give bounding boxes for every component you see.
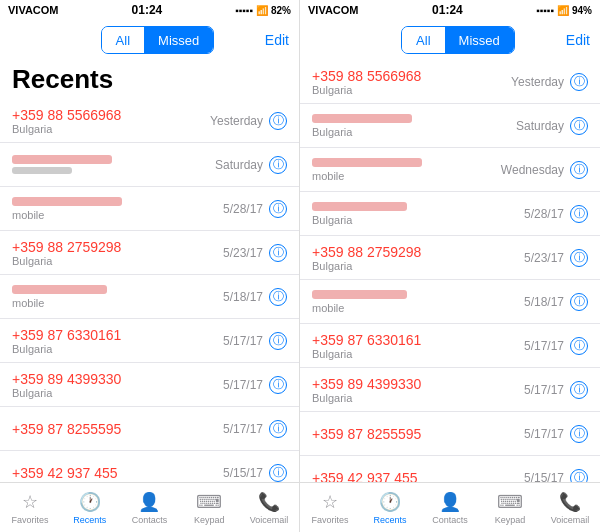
left-info-icon-4[interactable]: ⓘ — [269, 288, 287, 306]
right-tab-contacts[interactable]: 👤 Contacts — [420, 491, 480, 525]
right-battery: ▪▪▪▪▪ 📶 94% — [536, 5, 592, 16]
right-call-date-7: 5/17/17 — [524, 383, 564, 397]
right-call-name-blurred-2 — [312, 158, 422, 167]
right-info-icon-3[interactable]: ⓘ — [570, 205, 588, 223]
signal-icon: ▪▪▪▪▪ — [235, 5, 253, 16]
left-tab-contacts-label: Contacts — [132, 515, 168, 525]
left-call-info-3: +359 88 2759298 Bulgaria — [12, 239, 223, 267]
right-recents-icon: 🕐 — [379, 491, 401, 513]
right-call-date-9: 5/15/17 — [524, 471, 564, 483]
left-call-date-6: 5/17/17 — [223, 378, 263, 392]
right-tab-keypad[interactable]: ⌨ Keypad — [480, 491, 540, 525]
left-info-icon-3[interactable]: ⓘ — [269, 244, 287, 262]
left-info-icon-6[interactable]: ⓘ — [269, 376, 287, 394]
left-call-date-1: Saturday — [215, 158, 263, 172]
left-info-icon-2[interactable]: ⓘ — [269, 200, 287, 218]
right-call-6: +359 87 6330161 Bulgaria 5/17/17 ⓘ — [300, 324, 600, 368]
right-info-icon-8[interactable]: ⓘ — [570, 425, 588, 443]
left-tab-contacts[interactable]: 👤 Contacts — [120, 491, 180, 525]
right-edit-btn[interactable]: Edit — [566, 32, 590, 48]
right-tab-contacts-label: Contacts — [432, 515, 468, 525]
right-call-info-8: +359 87 8255595 — [312, 426, 524, 442]
right-tab-voicemail[interactable]: 📞 Voicemail — [540, 491, 600, 525]
right-call-name-8: +359 87 8255595 — [312, 426, 524, 442]
left-call-name-0: +359 88 5566968 — [12, 107, 210, 123]
right-missed-btn[interactable]: Missed — [445, 27, 514, 53]
left-call-name-8: +359 42 937 455 — [12, 465, 223, 481]
right-seg-control[interactable]: All Missed — [401, 26, 515, 54]
battery-icon: 82% — [271, 5, 291, 16]
left-tab-recents-label: Recents — [73, 515, 106, 525]
left-panel: VIVACOM 01:24 ▪▪▪▪▪ 📶 82% All Missed Edi… — [0, 0, 300, 532]
left-tab-keypad[interactable]: ⌨ Keypad — [179, 491, 239, 525]
right-call-date-2: Wednesday — [501, 163, 564, 177]
left-call-date-3: 5/23/17 — [223, 246, 263, 260]
right-favorites-icon: ☆ — [322, 491, 338, 513]
right-call-date-8: 5/17/17 — [524, 427, 564, 441]
right-call-info-2: mobile — [312, 158, 501, 182]
right-tab-keypad-label: Keypad — [495, 515, 526, 525]
left-nav-bar: All Missed Edit — [0, 20, 299, 60]
left-info-icon-8[interactable]: ⓘ — [269, 464, 287, 482]
left-call-sub-blurred-1 — [12, 167, 72, 174]
right-info-icon-6[interactable]: ⓘ — [570, 337, 588, 355]
right-call-sub-7: Bulgaria — [312, 392, 524, 404]
right-tab-favorites-label: Favorites — [311, 515, 348, 525]
right-call-info-6: +359 87 6330161 Bulgaria — [312, 332, 524, 360]
left-call-info-1 — [12, 155, 215, 174]
right-wifi-icon: 📶 — [557, 5, 569, 16]
left-missed-btn[interactable]: Missed — [144, 27, 213, 53]
left-info-icon-0[interactable]: ⓘ — [269, 112, 287, 130]
right-call-name-blurred-1 — [312, 114, 412, 123]
left-info-icon-1[interactable]: ⓘ — [269, 156, 287, 174]
right-call-info-0: +359 88 5566968 Bulgaria — [312, 68, 511, 96]
left-call-date-5: 5/17/17 — [223, 334, 263, 348]
favorites-icon: ☆ — [22, 491, 38, 513]
left-call-sub-2: mobile — [12, 209, 223, 221]
right-call-date-1: Saturday — [516, 119, 564, 133]
left-call-date-2: 5/28/17 — [223, 202, 263, 216]
right-info-icon-5[interactable]: ⓘ — [570, 293, 588, 311]
right-info-icon-9[interactable]: ⓘ — [570, 469, 588, 483]
right-contacts-icon: 👤 — [439, 491, 461, 513]
left-call-name-7: +359 87 8255595 — [12, 421, 223, 437]
right-tab-recents[interactable]: 🕐 Recents — [360, 491, 420, 525]
right-carrier: VIVACOM — [308, 4, 359, 16]
right-call-1: Bulgaria Saturday ⓘ — [300, 104, 600, 148]
left-call-sub-5: Bulgaria — [12, 343, 223, 355]
right-call-list: +359 88 5566968 Bulgaria Yesterday ⓘ Bul… — [300, 60, 600, 482]
left-call-4: mobile 5/18/17 ⓘ — [0, 275, 299, 319]
left-tab-favorites[interactable]: ☆ Favorites — [0, 491, 60, 525]
wifi-icon: 📶 — [256, 5, 268, 16]
right-tab-favorites[interactable]: ☆ Favorites — [300, 491, 360, 525]
right-status-bar: VIVACOM 01:24 ▪▪▪▪▪ 📶 94% — [300, 0, 600, 20]
left-tab-voicemail-label: Voicemail — [250, 515, 289, 525]
left-call-name-3: +359 88 2759298 — [12, 239, 223, 255]
right-call-info-3: Bulgaria — [312, 202, 524, 226]
left-tab-recents[interactable]: 🕐 Recents — [60, 491, 120, 525]
right-call-info-4: +359 88 2759298 Bulgaria — [312, 244, 524, 272]
right-tab-voicemail-label: Voicemail — [551, 515, 590, 525]
left-all-btn[interactable]: All — [102, 27, 144, 53]
left-call-5: +359 87 6330161 Bulgaria 5/17/17 ⓘ — [0, 319, 299, 363]
right-info-icon-4[interactable]: ⓘ — [570, 249, 588, 267]
right-info-icon-7[interactable]: ⓘ — [570, 381, 588, 399]
right-call-sub-5: mobile — [312, 302, 524, 314]
right-call-sub-3: Bulgaria — [312, 214, 524, 226]
right-all-btn[interactable]: All — [402, 27, 444, 53]
left-tab-voicemail[interactable]: 📞 Voicemail — [239, 491, 299, 525]
right-info-icon-0[interactable]: ⓘ — [570, 73, 588, 91]
left-seg-control[interactable]: All Missed — [101, 26, 215, 54]
left-tab-favorites-label: Favorites — [11, 515, 48, 525]
right-info-icon-2[interactable]: ⓘ — [570, 161, 588, 179]
left-call-7: +359 87 8255595 5/17/17 ⓘ — [0, 407, 299, 451]
right-info-icon-1[interactable]: ⓘ — [570, 117, 588, 135]
right-call-2: mobile Wednesday ⓘ — [300, 148, 600, 192]
right-voicemail-icon: 📞 — [559, 491, 581, 513]
left-edit-btn[interactable]: Edit — [265, 32, 289, 48]
left-info-icon-5[interactable]: ⓘ — [269, 332, 287, 350]
right-call-info-1: Bulgaria — [312, 114, 516, 138]
left-info-icon-7[interactable]: ⓘ — [269, 420, 287, 438]
right-nav-bar: All Missed Edit — [300, 20, 600, 60]
left-status-bar: VIVACOM 01:24 ▪▪▪▪▪ 📶 82% — [0, 0, 299, 20]
